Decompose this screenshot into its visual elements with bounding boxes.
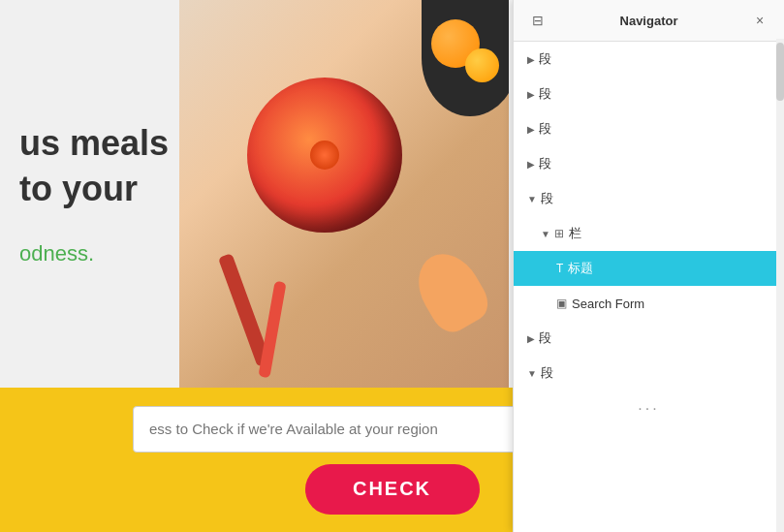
expand-arrow-5: ▼	[527, 194, 537, 204]
navigator-collapse-icon[interactable]: ⊟	[527, 10, 549, 31]
nav-item-6[interactable]: ▼ ⊞ 栏	[514, 216, 784, 251]
expand-arrow-4: ▶	[527, 159, 535, 170]
nav-label-2: 段	[539, 85, 551, 103]
food-image	[179, 0, 509, 388]
nav-label-7: 标题	[568, 260, 593, 277]
orange-center	[310, 141, 339, 170]
nav-item-1[interactable]: ▶ 段	[514, 42, 784, 77]
rhubarb-stem-2	[258, 281, 286, 379]
nav-label-10: 段	[541, 364, 553, 382]
nav-item-3[interactable]: ▶ 段	[514, 111, 784, 146]
nav-item-2[interactable]: ▶ 段	[514, 77, 784, 111]
navigator-header: ⊟ Navigator ×	[514, 0, 784, 42]
nav-item-7[interactable]: T 标题	[514, 251, 784, 286]
navigator-title: Navigator	[549, 14, 749, 28]
title-icon: T	[556, 262, 563, 275]
nav-item-10[interactable]: ▼ 段	[514, 356, 784, 391]
nav-item-9[interactable]: ▶ 段	[514, 321, 784, 356]
expand-arrow-2: ▶	[527, 89, 535, 100]
nav-item-5[interactable]: ▼ 段	[514, 181, 784, 216]
navigator-close-button[interactable]: ×	[749, 10, 770, 31]
scrollbar-thumb[interactable]	[776, 43, 784, 101]
small-orange-2	[465, 48, 499, 82]
nav-item-4[interactable]: ▶ 段	[514, 146, 784, 181]
nav-label-5: 段	[541, 190, 553, 207]
nav-label-6: 栏	[569, 225, 581, 242]
expand-arrow-10: ▼	[527, 368, 537, 379]
navigator-panel: ⊟ Navigator × ▶ 段 ▶ 段 ▶ 段 ▶ 段 ▼ 段	[513, 0, 784, 532]
expand-arrow-6: ▼	[541, 229, 550, 239]
nav-label-9: 段	[539, 329, 551, 347]
nav-label-1: 段	[539, 50, 551, 68]
nav-label-8: Search Form	[572, 297, 644, 311]
form-icon: ▣	[556, 297, 567, 310]
nav-label-4: 段	[539, 155, 551, 172]
navigator-scrollbar[interactable]	[776, 39, 784, 532]
navigator-more-dots: ...	[514, 391, 784, 420]
grid-icon: ⊞	[554, 227, 564, 240]
check-button[interactable]: CHECK	[305, 464, 480, 515]
expand-arrow-1: ▶	[527, 54, 535, 65]
expand-arrow-3: ▶	[527, 124, 535, 135]
nav-label-3: 段	[539, 120, 551, 138]
nav-item-8[interactable]: ▣ Search Form	[514, 286, 784, 321]
navigator-list: ▶ 段 ▶ 段 ▶ 段 ▶ 段 ▼ 段 ▼ ⊞ 栏 T	[514, 42, 784, 532]
expand-arrow-9: ▶	[527, 333, 535, 344]
flower-petal	[406, 242, 495, 338]
blood-orange	[247, 78, 402, 233]
